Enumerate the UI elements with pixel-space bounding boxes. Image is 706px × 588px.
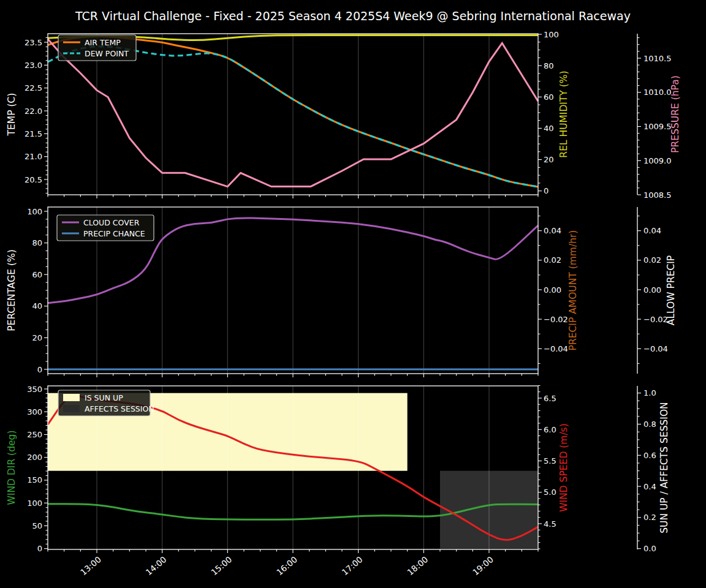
chart-temperature-humidity-pressure: 20.521.021.522.022.523.023.5TEMP (C)0204… bbox=[6, 30, 681, 200]
tick-label: 0.2 bbox=[643, 513, 656, 522]
tick-label: 20 bbox=[32, 333, 42, 342]
axis-title-far: ALLOW PRECIP bbox=[666, 255, 677, 325]
tick-label: 1009.5 bbox=[643, 122, 672, 131]
legend-label: IS SUN UP bbox=[85, 393, 123, 402]
tick-label: 6.5 bbox=[544, 394, 556, 403]
tick-label: 40 bbox=[32, 301, 42, 311]
tick-label: 21.5 bbox=[25, 129, 42, 138]
tick-label: 300 bbox=[27, 407, 42, 417]
tick-label: 0.6 bbox=[643, 451, 656, 460]
tick-label: 5.5 bbox=[544, 456, 556, 466]
tick-label: 150 bbox=[27, 475, 42, 484]
tick-label: 80 bbox=[544, 61, 554, 70]
tick-label: 0.02 bbox=[544, 255, 561, 265]
x-tick-label: 17:00 bbox=[340, 554, 365, 577]
tick-label: 0.00 bbox=[544, 285, 561, 295]
tick-label: 250 bbox=[27, 430, 42, 439]
x-tick-label: 19:00 bbox=[471, 554, 495, 577]
legend-label: AFFECTS SESSION bbox=[85, 404, 154, 413]
legend-swatch bbox=[63, 394, 80, 401]
tick-label: 1008.5 bbox=[643, 190, 672, 200]
tick-label: −0.02 bbox=[643, 315, 668, 324]
tick-label: 1010.0 bbox=[643, 88, 672, 97]
legend-swatch bbox=[63, 405, 80, 412]
tick-label: 1010.5 bbox=[643, 54, 672, 63]
axis-title-left: PERCENTAGE (%) bbox=[6, 249, 17, 331]
tick-label: 100 bbox=[544, 30, 559, 39]
tick-label: 5.0 bbox=[544, 488, 556, 497]
tick-label: 20 bbox=[544, 155, 554, 164]
tick-label: 1.0 bbox=[643, 388, 656, 398]
tick-label: 60 bbox=[32, 270, 42, 279]
tick-label: 100 bbox=[27, 207, 42, 216]
legend-label: AIR TEMP bbox=[85, 38, 121, 47]
tick-label: −0.02 bbox=[544, 315, 568, 324]
tick-label: 0.04 bbox=[544, 226, 561, 235]
page-title: TCR Virtual Challenge - Fixed - 2025 Sea… bbox=[0, 9, 706, 23]
tick-label: 80 bbox=[32, 238, 42, 247]
tick-label: 350 bbox=[27, 385, 42, 394]
axis-title-right: WIND SPEED (m/s) bbox=[558, 423, 569, 511]
forecast-charts: 20.521.021.522.022.523.023.5TEMP (C)0204… bbox=[0, 0, 706, 588]
tick-label: 0 bbox=[37, 365, 42, 374]
tick-label: 21.0 bbox=[25, 152, 42, 161]
axis-title-far: SUN UP / AFFECTS SESSION bbox=[659, 402, 670, 533]
tick-label: 0.0 bbox=[643, 544, 656, 553]
tick-label: 6.0 bbox=[544, 425, 556, 434]
tick-label: 40 bbox=[544, 124, 554, 133]
weather-forecast-panel: TCR Virtual Challenge - Fixed - 2025 Sea… bbox=[0, 0, 706, 588]
tick-label: 0.00 bbox=[643, 285, 661, 295]
tick-label: 0 bbox=[544, 186, 548, 195]
tick-label: 0.4 bbox=[643, 482, 656, 491]
tick-label: 23.0 bbox=[25, 61, 42, 70]
x-tick-label: 18:00 bbox=[405, 554, 430, 577]
tick-label: 0.04 bbox=[643, 226, 661, 235]
axis-title-right: REL HUMIDITY (%) bbox=[558, 70, 569, 157]
legend-label: CLOUD COVER bbox=[83, 218, 140, 227]
axis-title-left: WIND DIR (deg) bbox=[6, 431, 17, 505]
legend-label: DEW POINT bbox=[85, 49, 129, 58]
tick-label: 0.02 bbox=[643, 255, 661, 265]
tick-label: 100 bbox=[27, 499, 42, 508]
tick-label: 4.5 bbox=[544, 519, 556, 529]
chart-cloud-precip: 020406080100PERCENTAGE (%)0.040.020.00−0… bbox=[6, 207, 677, 378]
x-tick-label: 15:00 bbox=[209, 554, 233, 577]
axis-title-far: PRESSURE (hPa) bbox=[670, 75, 681, 153]
tick-label: 1009.0 bbox=[643, 156, 672, 165]
x-tick-label: 13:00 bbox=[78, 554, 103, 577]
axis-title-left: TEMP (C) bbox=[6, 93, 17, 137]
tick-label: 22.5 bbox=[25, 83, 42, 92]
tick-label: 23.5 bbox=[25, 38, 42, 47]
chart-wind-sun: 050100150200250300350WIND DIR (deg)4.55.… bbox=[6, 385, 670, 554]
tick-label: 22.0 bbox=[25, 107, 42, 116]
tick-label: 0.8 bbox=[643, 420, 656, 429]
tick-label: 200 bbox=[27, 453, 42, 462]
axis-title-right: PRECIP AMOUNT (mm/hr) bbox=[567, 230, 579, 351]
legend-label: PRECIP CHANCE bbox=[83, 229, 145, 238]
tick-label: 0 bbox=[37, 544, 42, 553]
tick-label: 20.5 bbox=[25, 175, 42, 184]
x-tick-label: 14:00 bbox=[144, 554, 169, 577]
tick-label: 50 bbox=[32, 521, 42, 530]
tick-label: 60 bbox=[544, 92, 554, 102]
x-tick-label: 16:00 bbox=[275, 554, 299, 577]
tick-label: −0.04 bbox=[643, 344, 668, 353]
tick-label: −0.04 bbox=[544, 344, 568, 353]
